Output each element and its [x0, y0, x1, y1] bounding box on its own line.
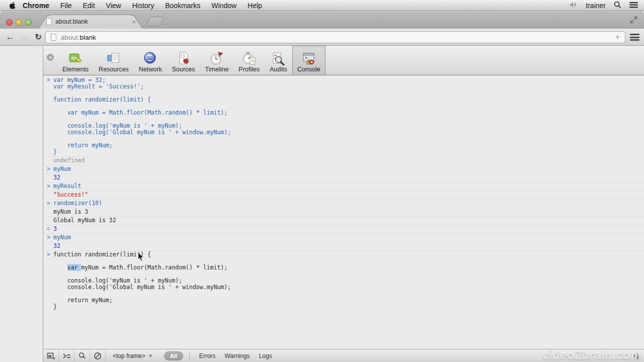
prompt-icon: >: [47, 77, 50, 83]
clear-console-icon[interactable]: [90, 349, 106, 362]
console-line: function randomizer(limit) {: [53, 97, 644, 103]
forward-button[interactable]: →: [17, 32, 31, 42]
devtools-tab-sources[interactable]: {}Sources: [167, 46, 200, 75]
console-line: console.log('Global myNum is ' + window.…: [53, 129, 644, 136]
volume-icon[interactable]: [570, 2, 578, 10]
devtools-tab-network[interactable]: ШNetwork: [134, 46, 167, 75]
menu-items: FileEditViewHistoryBookmarksWindowHelp: [60, 2, 273, 10]
search-icon[interactable]: [74, 349, 90, 362]
devtools-close-icon[interactable]: ×: [47, 54, 54, 61]
console-message: myNum is 3: [43, 208, 644, 217]
menu-username[interactable]: trainer: [586, 2, 606, 10]
page-content: × <>ElementsResourcesШNetwork{}SourcesTi…: [0, 46, 644, 362]
devtools-tab-label: Network: [139, 66, 162, 73]
prompt-icon: >: [47, 251, 50, 258]
console-output[interactable]: >var myNum = 32;var myResult = 'Success!…: [43, 76, 644, 349]
devtools-tab-label: Audits: [270, 66, 287, 73]
devtools-tab-label: Profiles: [238, 66, 260, 73]
filter-logs[interactable]: Logs: [259, 352, 272, 359]
chrome-menu-icon[interactable]: [630, 34, 639, 41]
filter-warnings[interactable]: Warnings: [224, 352, 250, 359]
spotlight-search-icon[interactable]: [614, 1, 621, 10]
devtools-tab-profiles[interactable]: %Profiles: [233, 46, 265, 75]
page-icon: [46, 18, 52, 25]
show-console-drawer-icon[interactable]: [59, 349, 74, 362]
back-button[interactable]: ←: [3, 32, 17, 42]
devtools-tab-label: Sources: [172, 66, 195, 73]
fullscreen-expand-icon[interactable]: [629, 16, 638, 26]
console-message: <3: [43, 225, 644, 234]
console-line: 3: [53, 226, 644, 232]
console-line: undefined: [53, 157, 644, 164]
apple-menu-icon[interactable]: [9, 2, 16, 10]
tab-close-icon[interactable]: ×: [132, 19, 137, 25]
devtools-tab-label: Resources: [99, 66, 129, 73]
console-line: myNum: [53, 166, 644, 172]
prompt-icon: >: [47, 200, 50, 207]
console-line: var myNum = Math.floor(Math.random() * l…: [53, 264, 644, 271]
profiles-icon: %: [242, 51, 256, 65]
console-line: [53, 291, 644, 297]
address-bar[interactable]: about: blank +: [45, 31, 625, 43]
reload-button[interactable]: ↻: [31, 32, 45, 42]
svg-text:>_: >_: [305, 56, 310, 60]
frame-selector-dropdown[interactable]: <top frame> ▼: [113, 352, 153, 359]
audits-icon: [271, 51, 285, 65]
tab-title: about:blank: [55, 18, 88, 25]
console-message: "Success!": [43, 191, 644, 200]
svg-text:%: %: [251, 59, 255, 63]
filter-all-button[interactable]: All: [164, 351, 183, 360]
zoom-window-button[interactable]: [25, 19, 32, 26]
devtools-tab-label: Timeline: [205, 66, 229, 73]
menu-item-window[interactable]: Window: [211, 2, 236, 10]
console-line: Global myNum is 32: [53, 217, 644, 224]
return-value-icon: <: [47, 226, 50, 232]
menu-item-bookmarks[interactable]: Bookmarks: [165, 2, 200, 10]
new-tab-button[interactable]: [146, 17, 164, 26]
close-window-button[interactable]: [6, 19, 13, 26]
url-path: blank: [80, 34, 96, 41]
console-line: "Success!": [53, 192, 644, 198]
devtools-tab-timeline[interactable]: Timeline: [200, 46, 234, 75]
console-line: }: [53, 304, 644, 310]
menu-app-name[interactable]: Chrome: [23, 2, 49, 10]
console-line: var myResult = 'Success!';: [53, 83, 644, 90]
bookmark-plus-icon[interactable]: +: [615, 33, 620, 42]
devtools-toolbar: × <>ElementsResourcesШNetwork{}SourcesTi…: [43, 46, 644, 75]
devtools-tab-console[interactable]: >_!Console: [292, 46, 326, 75]
console-message: undefined: [43, 157, 644, 165]
notification-center-icon[interactable]: [629, 2, 638, 10]
resources-icon: [107, 51, 121, 65]
browser-window: about:blank × ← → ↻ about: blank +: [0, 11, 644, 362]
svg-text:{}: {}: [180, 53, 185, 58]
console-message: >myResult: [43, 183, 644, 191]
menu-item-view[interactable]: View: [106, 2, 121, 10]
devtools-tab-elements[interactable]: <>Elements: [57, 46, 94, 75]
console-line: myResult: [53, 183, 644, 190]
menu-item-help[interactable]: Help: [248, 2, 262, 10]
console-message: Global myNum is 32: [43, 217, 644, 225]
filter-errors[interactable]: Errors: [199, 352, 216, 359]
devtools-tab-label: Console: [297, 66, 320, 73]
prompt-icon: >: [47, 234, 50, 241]
console-message: >myNum: [43, 165, 644, 174]
menu-item-edit[interactable]: Edit: [83, 2, 95, 10]
menu-bar-status: trainer: [570, 1, 638, 10]
dock-side-icon[interactable]: [43, 349, 59, 362]
minimize-window-button[interactable]: [16, 19, 22, 26]
watermark: video2brain.com: [542, 348, 641, 362]
devtools-tab-resources[interactable]: Resources: [94, 46, 134, 75]
filter-group: ErrorsWarningsLogs: [195, 352, 277, 359]
console-line: return myNum;: [53, 297, 644, 304]
browser-toolbar: ← → ↻ about: blank +: [0, 29, 644, 46]
console-icon: >_!: [302, 51, 316, 65]
prompt-icon: >: [47, 183, 50, 190]
frame-selector-label: <top frame>: [113, 352, 145, 359]
screen: Chrome FileEditViewHistoryBookmarksWindo…: [0, 0, 644, 362]
devtools-tab-audits[interactable]: Audits: [265, 46, 292, 75]
menu-item-history[interactable]: History: [132, 2, 154, 10]
menu-item-file[interactable]: File: [60, 2, 72, 10]
console-line: return myNum;: [53, 142, 644, 149]
tab-about-blank[interactable]: about:blank ×: [46, 16, 137, 27]
console-message: >myNum: [43, 234, 644, 242]
